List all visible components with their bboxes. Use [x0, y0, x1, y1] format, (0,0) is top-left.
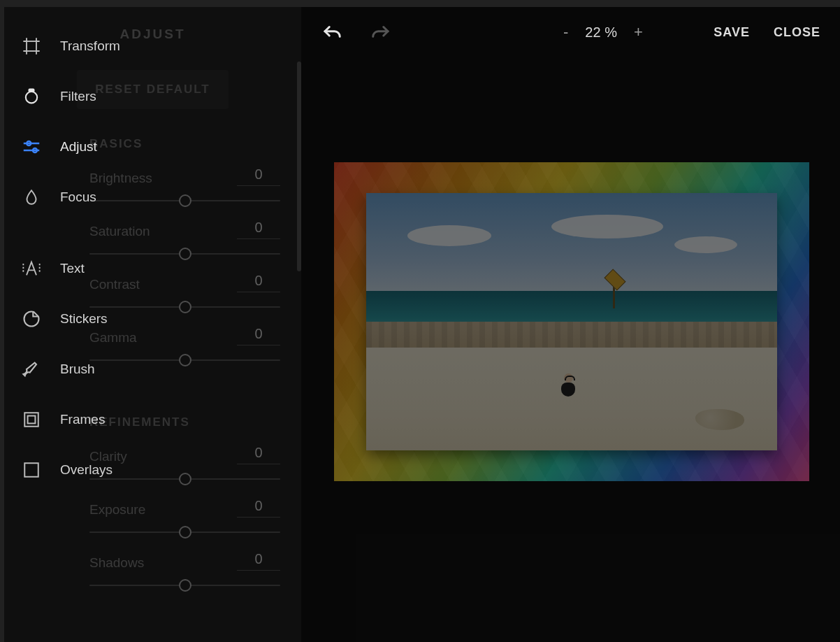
- svg-rect-0: [27, 41, 36, 51]
- text-icon: [21, 258, 42, 279]
- slider-value[interactable]: 0: [237, 326, 280, 345]
- sidebar-item-stickers[interactable]: Stickers: [4, 294, 144, 344]
- svg-point-1: [26, 92, 37, 103]
- sidebar-item-frames[interactable]: Frames: [4, 394, 144, 445]
- photo-preview: [366, 193, 777, 450]
- svg-rect-11: [24, 463, 38, 477]
- photo-person: [559, 373, 577, 401]
- sidebar-item-text[interactable]: Text: [4, 243, 144, 294]
- zoom-out-button[interactable]: -: [559, 20, 572, 44]
- transform-icon: [21, 36, 42, 57]
- close-button[interactable]: CLOSE: [774, 25, 820, 40]
- sidebar-item-focus[interactable]: Focus: [4, 172, 144, 222]
- slider-value[interactable]: 0: [237, 498, 280, 518]
- undo-button[interactable]: [321, 22, 342, 43]
- photo-sky: [366, 193, 777, 301]
- zoom-control: - 22 % +: [559, 20, 647, 44]
- sidebar-item-label: Transform: [60, 38, 120, 54]
- redo-button[interactable]: [370, 22, 391, 43]
- adjust-icon: [21, 136, 42, 157]
- slider-value[interactable]: 0: [237, 273, 280, 292]
- focus-icon: [21, 187, 42, 208]
- sidebar-item-label: Text: [60, 261, 85, 276]
- photo-sign: [613, 280, 615, 308]
- slider-thumb[interactable]: [179, 248, 191, 260]
- slider-thumb[interactable]: [179, 526, 191, 538]
- sidebar-item-overlays[interactable]: Overlays: [4, 445, 144, 495]
- overlays-icon: [21, 459, 42, 480]
- sidebar-item-label: Overlays: [60, 462, 113, 478]
- photo-rockpile: [695, 409, 744, 430]
- slider-value[interactable]: 0: [237, 445, 280, 464]
- svg-rect-2: [29, 90, 34, 92]
- frames-icon: [21, 409, 42, 430]
- sidebar-item-label: Adjust: [60, 139, 97, 155]
- topbar: - 22 % + SAVE CLOSE: [300, 7, 840, 57]
- save-button[interactable]: SAVE: [714, 25, 750, 40]
- sidebar-item-label: Filters: [60, 89, 96, 104]
- image-canvas[interactable]: [334, 162, 809, 481]
- slider-value[interactable]: 0: [237, 166, 280, 186]
- sidebar-item-brush[interactable]: Brush: [4, 344, 144, 394]
- sidebar-item-filters[interactable]: Filters: [4, 71, 144, 122]
- slider-thumb[interactable]: [179, 354, 191, 366]
- filters-icon: [21, 86, 42, 107]
- stickers-icon: [21, 308, 42, 329]
- sidebar-item-label: Frames: [60, 412, 105, 427]
- sidebar-item-label: Focus: [60, 190, 96, 205]
- sidebar-item-transform[interactable]: Transform: [4, 21, 144, 71]
- slider-thumb[interactable]: [179, 579, 191, 592]
- slider-thumb[interactable]: [179, 473, 191, 485]
- zoom-in-button[interactable]: +: [630, 20, 647, 44]
- tool-sidebar: Transform Filters Adjust Focus Text: [4, 7, 144, 642]
- rainbow-frame: [334, 162, 809, 481]
- zoom-value: 22 %: [585, 24, 617, 41]
- panel-scrollbar[interactable]: [297, 62, 301, 271]
- svg-rect-10: [28, 416, 36, 424]
- brush-icon: [21, 359, 42, 380]
- slider-thumb[interactable]: [179, 301, 191, 313]
- sidebar-item-adjust[interactable]: Adjust: [4, 122, 144, 172]
- slider-value[interactable]: 0: [237, 551, 280, 571]
- svg-rect-9: [24, 413, 38, 427]
- slider-value[interactable]: 0: [237, 220, 280, 239]
- sidebar-item-label: Brush: [60, 362, 95, 377]
- slider-thumb[interactable]: [179, 194, 191, 207]
- sidebar-item-label: Stickers: [60, 311, 108, 327]
